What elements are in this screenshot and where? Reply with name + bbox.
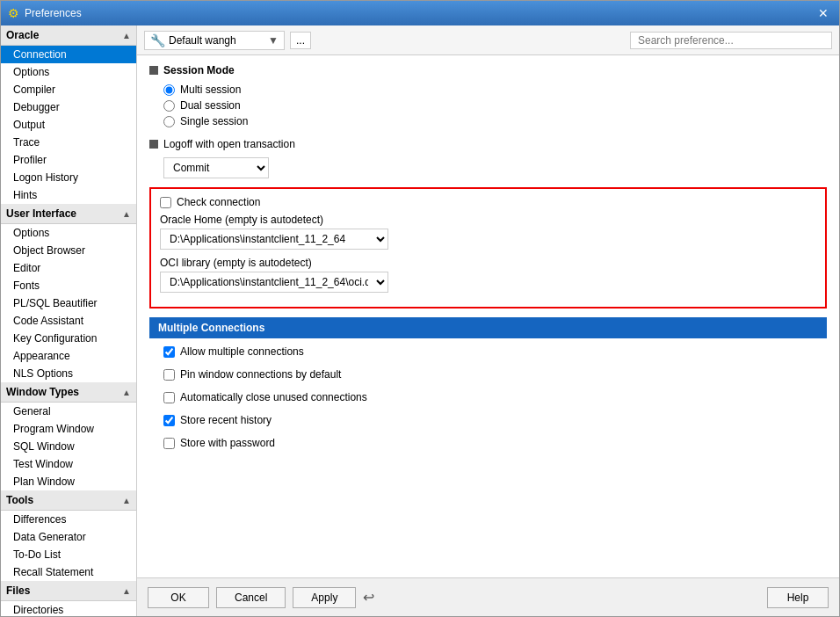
radio-dual-input[interactable] — [163, 100, 175, 112]
sidebar-item-data-generator[interactable]: Data Generator — [1, 528, 136, 546]
pin-window-label: Pin window connections by default — [180, 368, 341, 381]
sidebar-item-options-oracle[interactable]: Options — [1, 63, 136, 81]
apply-button[interactable]: Apply — [293, 587, 356, 608]
tools-items: Differences Data Generator To-Do List Re… — [1, 511, 136, 581]
sidebar-item-options-ui[interactable]: Options — [1, 224, 136, 242]
sidebar-item-object-browser[interactable]: Object Browser — [1, 242, 136, 259]
right-panel: 🔧 Default wangh ▼ ... Session Mode — [137, 25, 839, 616]
store-password-row[interactable]: Store with password — [163, 437, 827, 449]
logoff-marker — [149, 140, 158, 149]
sidebar-item-general[interactable]: General — [1, 403, 136, 420]
ok-button[interactable]: OK — [148, 587, 209, 608]
check-connection-label: Check connection — [177, 196, 260, 208]
sidebar-item-todo-list[interactable]: To-Do List — [1, 546, 136, 563]
sidebar-item-plsql-beautifier[interactable]: PL/SQL Beautifier — [1, 294, 136, 312]
sidebar-item-output[interactable]: Output — [1, 116, 136, 134]
allow-multiple-row[interactable]: Allow multiple connections — [163, 345, 827, 358]
sidebar-item-sql-window[interactable]: SQL Window — [1, 438, 136, 455]
profile-label: Default wangh — [169, 34, 236, 47]
close-button[interactable]: ✕ — [815, 7, 832, 19]
sidebar-item-hints[interactable]: Hints — [1, 186, 136, 204]
toolbar: 🔧 Default wangh ▼ ... — [137, 25, 839, 55]
store-password-label: Store with password — [180, 437, 275, 449]
sidebar-item-program-window[interactable]: Program Window — [1, 420, 136, 438]
logoff-label: Logoff with open transaction — [163, 138, 295, 150]
sidebar-item-connection[interactable]: Connection — [1, 46, 136, 63]
sidebar-item-debugger[interactable]: Debugger — [1, 98, 136, 116]
bottom-bar: OK Cancel Apply ↩ Help — [137, 577, 839, 616]
ui-arrow-icon: ▲ — [122, 209, 131, 219]
sidebar-item-test-window[interactable]: Test Window — [1, 455, 136, 473]
radio-dual-session[interactable]: Dual session — [163, 99, 827, 112]
radio-multi-label: Multi session — [180, 83, 241, 96]
profile-dropdown[interactable]: 🔧 Default wangh ▼ — [144, 31, 285, 50]
pin-window-row[interactable]: Pin window connections by default — [163, 368, 827, 381]
sidebar-item-key-config[interactable]: Key Configuration — [1, 330, 136, 347]
radio-dual-label: Dual session — [180, 99, 241, 112]
sidebar-section-ui[interactable]: User Interface ▲ — [1, 204, 136, 224]
more-options-button[interactable]: ... — [290, 32, 311, 49]
commit-select[interactable]: Commit Rollback Ask — [163, 157, 269, 178]
pin-window-checkbox[interactable] — [163, 369, 175, 381]
radio-single-input[interactable] — [163, 116, 175, 127]
sidebar-item-plan-window[interactable]: Plan Window — [1, 473, 136, 490]
multiple-connections-label: Multiple Connections — [158, 322, 264, 334]
oci-library-row: OCI library (empty is autodetect) D:\App… — [160, 257, 816, 293]
store-history-checkbox[interactable] — [163, 415, 175, 426]
sidebar-item-fonts[interactable]: Fonts — [1, 277, 136, 294]
sidebar-item-code-assistant[interactable]: Code Assistant — [1, 312, 136, 330]
oci-library-select[interactable]: D:\Applications\instantclient_11_2_64\oc… — [160, 272, 388, 293]
auto-close-row[interactable]: Automatically close unused connections — [163, 391, 827, 403]
oracle-home-label: Oracle Home (empty is autodetect) — [160, 214, 816, 226]
logoff-section: Logoff with open transaction — [149, 138, 827, 150]
auto-close-label: Automatically close unused connections — [180, 391, 367, 403]
sidebar-section-window-types[interactable]: Window Types ▲ — [1, 382, 136, 403]
oracle-home-select[interactable]: D:\Applications\instantclient_11_2_64 — [160, 229, 388, 250]
session-mode-section: Session Mode — [149, 64, 827, 76]
store-password-checkbox[interactable] — [163, 438, 175, 449]
restore-defaults-icon[interactable]: ↩ — [363, 589, 374, 606]
sidebar-item-compiler[interactable]: Compiler — [1, 81, 136, 98]
sidebar-section-files[interactable]: Files ▲ — [1, 581, 136, 601]
sidebar-section-tools[interactable]: Tools ▲ — [1, 490, 136, 511]
sidebar-item-appearance[interactable]: Appearance — [1, 347, 136, 365]
auto-close-checkbox[interactable] — [163, 392, 175, 403]
sidebar-item-directories[interactable]: Directories — [1, 601, 136, 616]
commit-row: Commit Rollback Ask — [149, 157, 827, 178]
sidebar: Oracle ▲ Connection Options Compiler Deb… — [1, 25, 137, 616]
oracle-home-section: Check connection Oracle Home (empty is a… — [149, 187, 827, 308]
sidebar-item-editor[interactable]: Editor — [1, 259, 136, 277]
check-connection-row: Check connection — [160, 196, 816, 208]
allow-multiple-checkbox[interactable] — [163, 346, 175, 358]
radio-multi-session[interactable]: Multi session — [163, 83, 827, 96]
sidebar-item-logon-history[interactable]: Logon History — [1, 169, 136, 186]
radio-single-session[interactable]: Single session — [163, 115, 827, 127]
check-connection-checkbox[interactable] — [160, 197, 171, 208]
oracle-home-row: Oracle Home (empty is autodetect) D:\App… — [160, 214, 816, 250]
help-button[interactable]: Help — [767, 587, 829, 608]
profile-dropdown-arrow-icon: ▼ — [268, 34, 279, 47]
search-input[interactable] — [630, 32, 832, 49]
title-bar-left: ⚙ Preferences — [8, 6, 82, 20]
window-types-arrow-icon: ▲ — [122, 388, 131, 397]
sidebar-item-nls-options[interactable]: NLS Options — [1, 365, 136, 382]
content-area: Session Mode Multi session Dual session … — [137, 55, 839, 577]
sidebar-item-recall-statement[interactable]: Recall Statement — [1, 563, 136, 581]
sidebar-item-differences[interactable]: Differences — [1, 511, 136, 528]
tools-arrow-icon: ▲ — [122, 496, 131, 505]
title-bar: ⚙ Preferences ✕ — [1, 1, 839, 25]
sidebar-item-profiler[interactable]: Profiler — [1, 151, 136, 169]
preferences-icon: ⚙ — [8, 6, 19, 20]
multiple-connections-bar: Multiple Connections — [149, 317, 827, 338]
sidebar-section-oracle[interactable]: Oracle ▲ — [1, 25, 136, 46]
sidebar-item-trace[interactable]: Trace — [1, 134, 136, 151]
profile-icon: 🔧 — [150, 33, 165, 47]
allow-multiple-label: Allow multiple connections — [180, 345, 304, 358]
store-history-label: Store recent history — [180, 414, 272, 426]
session-mode-label: Session Mode — [163, 64, 235, 76]
cancel-button[interactable]: Cancel — [216, 587, 286, 608]
multiple-connections-section: Allow multiple connections Pin window co… — [149, 345, 827, 454]
oracle-items: Connection Options Compiler Debugger Out… — [1, 46, 136, 204]
radio-multi-input[interactable] — [163, 84, 175, 96]
store-history-row[interactable]: Store recent history — [163, 414, 827, 426]
